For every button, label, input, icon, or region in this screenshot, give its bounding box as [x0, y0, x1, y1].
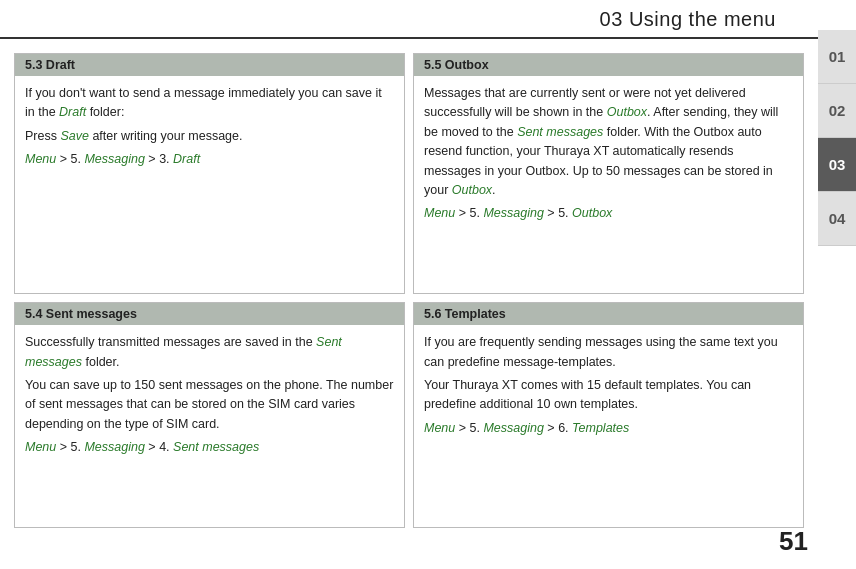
sent-messaging-word: Messaging: [84, 440, 144, 454]
tab-04[interactable]: 04: [818, 192, 856, 246]
header-title: 03 Using the menu: [600, 8, 776, 30]
outbox-para-1: Messages that are currently sent or were…: [424, 84, 793, 200]
section-sent-header: 5.4 Sent messages: [15, 303, 404, 325]
sent-menu-word: Menu: [25, 440, 56, 454]
draft-messaging-word: Messaging: [84, 152, 144, 166]
tab-01[interactable]: 01: [818, 30, 856, 84]
templates-templates-word: Templates: [572, 421, 629, 435]
sent-link-sent1: Sent messages: [25, 335, 342, 368]
section-sent-body: Successfully transmitted messages are sa…: [15, 325, 404, 465]
draft-draft-word: Draft: [173, 152, 200, 166]
draft-para-1: If you don't want to send a message imme…: [25, 84, 394, 123]
templates-messaging-word: Messaging: [483, 421, 543, 435]
section-draft: 5.3 Draft If you don't want to send a me…: [14, 53, 405, 294]
chapter-tab-bar: 01 02 03 04: [818, 30, 856, 246]
outbox-link-sent: Sent messages: [517, 125, 603, 139]
main-content: 5.3 Draft If you don't want to send a me…: [0, 39, 856, 542]
draft-link-save: Save: [60, 129, 89, 143]
section-templates: 5.6 Templates If you are frequently send…: [413, 302, 804, 528]
sent-para-2: You can save up to 150 sent messages on …: [25, 376, 394, 434]
templates-para-1: If you are frequently sending messages u…: [424, 333, 793, 372]
outbox-link-outbox1: Outbox: [607, 105, 647, 119]
outbox-link-outbox2: Outbox: [452, 183, 492, 197]
section-templates-body: If you are frequently sending messages u…: [414, 325, 803, 446]
sent-sent-word: Sent messages: [173, 440, 259, 454]
page-number: 51: [779, 526, 808, 557]
section-templates-header: 5.6 Templates: [414, 303, 803, 325]
outbox-menu-word: Menu: [424, 206, 455, 220]
draft-menu-word: Menu: [25, 152, 56, 166]
sent-para-1: Successfully transmitted messages are sa…: [25, 333, 394, 372]
draft-para-2: Press Save after writing your message.: [25, 127, 394, 146]
draft-menu-line: Menu > 5. Messaging > 3. Draft: [25, 150, 394, 169]
outbox-menu-line: Menu > 5. Messaging > 5. Outbox: [424, 204, 793, 223]
tab-03[interactable]: 03: [818, 138, 856, 192]
outbox-outbox-word: Outbox: [572, 206, 612, 220]
section-draft-body: If you don't want to send a message imme…: [15, 76, 404, 178]
section-sent-messages: 5.4 Sent messages Successfully transmitt…: [14, 302, 405, 528]
section-draft-header: 5.3 Draft: [15, 54, 404, 76]
templates-para-2: Your Thuraya XT comes with 15 default te…: [424, 376, 793, 415]
tab-02[interactable]: 02: [818, 84, 856, 138]
draft-link-draft: Draft: [59, 105, 86, 119]
sent-menu-line: Menu > 5. Messaging > 4. Sent messages: [25, 438, 394, 457]
section-outbox: 5.5 Outbox Messages that are currently s…: [413, 53, 804, 294]
outbox-messaging-word: Messaging: [483, 206, 543, 220]
section-outbox-body: Messages that are currently sent or were…: [414, 76, 803, 232]
section-outbox-header: 5.5 Outbox: [414, 54, 803, 76]
templates-menu-line: Menu > 5. Messaging > 6. Templates: [424, 419, 793, 438]
templates-menu-word: Menu: [424, 421, 455, 435]
page-header: 03 Using the menu: [0, 0, 856, 39]
